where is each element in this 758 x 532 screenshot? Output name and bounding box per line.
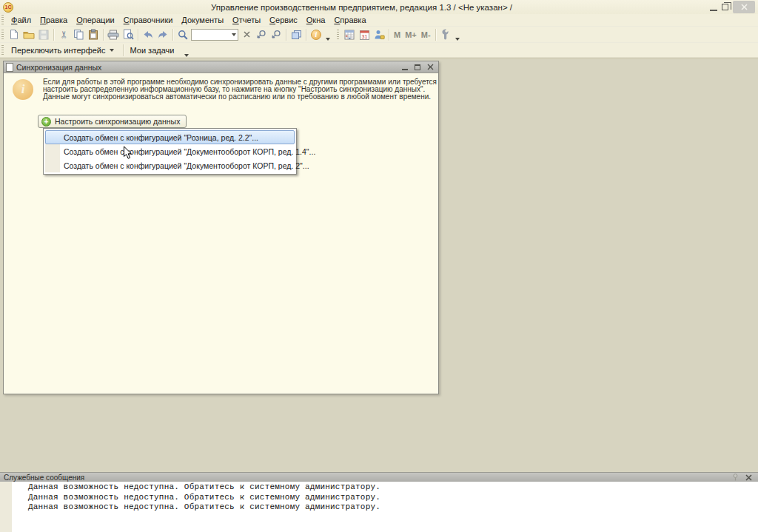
open-folder-icon[interactable] [21,28,36,41]
info-dropdown-icon[interactable] [326,38,330,41]
clear-search-icon[interactable] [239,28,254,41]
toolbar-separator [123,44,124,56]
document-icon [6,63,13,72]
interface-toolbar: Переключить интерфейс Мои задачи [0,43,758,58]
menu-item-create-exchange-docflow-2[interactable]: Создать обмен с конфигурацией "Документо… [45,158,295,172]
dialog-minimize-icon[interactable] [402,64,408,70]
user-permissions-icon[interactable] [372,28,386,41]
toolbar-separator [172,29,173,41]
paste-icon[interactable] [86,28,101,41]
menu-item-create-exchange-docflow-14[interactable]: Создать обмен с конфигурацией "Документо… [45,144,295,158]
toolbar-separator [389,29,389,41]
main-toolbar: ✂ i 31 [0,27,758,43]
toolbar-grip [1,15,4,25]
calendar-icon[interactable]: 31 [357,28,372,41]
toolbar-separator [306,29,306,41]
svg-text:31: 31 [361,33,367,38]
sync-dialog-title: Синхронизация данных [16,63,402,72]
menu-file[interactable]: Файл [7,15,36,25]
sync-dropdown-menu: Создать обмен с конфигурацией "Розница, … [43,128,297,175]
menu-item-create-exchange-retail[interactable]: Создать обмен с конфигурацией "Розница, … [45,130,295,144]
service-message: Данная возможность недоступна. Обратитес… [28,502,380,513]
service-message: Данная возможность недоступна. Обратитес… [28,482,380,493]
configure-sync-button[interactable]: + Настроить синхронизацию данных [38,115,187,128]
configure-sync-label: Настроить синхронизацию данных [55,117,180,126]
chevron-down-icon [110,49,114,52]
mouse-cursor [123,146,133,160]
memory-subtract-button[interactable]: M- [419,30,433,39]
sync-info-line: Данные могут синхронизироваться автомати… [43,93,437,101]
window-title: Управление производственным предприятием… [13,3,710,12]
service-wrench-icon[interactable] [438,28,453,41]
info-icon[interactable]: i [309,28,323,41]
cut-icon[interactable]: ✂ [56,28,71,41]
my-tasks-button[interactable]: Мои задачи [126,45,179,55]
service-messages-body: Данная возможность недоступна. Обратитес… [0,482,758,532]
print-preview-icon[interactable] [121,28,135,41]
close-icon[interactable] [733,1,755,13]
switch-interface-button[interactable]: Переключить интерфейс [7,45,121,55]
sync-dialog-titlebar[interactable]: Синхронизация данных [4,61,438,73]
save-icon[interactable] [36,28,51,41]
app-logo-icon: 1С [3,2,13,13]
restore-icon[interactable] [722,4,728,10]
toolbar-separator [435,29,436,41]
print-icon[interactable] [106,28,121,41]
find-icon[interactable] [175,28,190,41]
sync-dialog: Синхронизация данных i Если для работы в… [3,61,439,394]
dialog-maximize-icon[interactable] [415,64,420,70]
my-tasks-label: Мои задачи [130,46,175,55]
toolbar-separator [138,29,138,41]
memory-recall-button[interactable]: M [392,30,403,39]
toolbar-separator [286,29,286,41]
menu-service[interactable]: Сервис [265,15,302,25]
toolbar-grip [1,30,4,40]
menu-help[interactable]: Справка [329,15,370,25]
toolbar-overflow-icon[interactable] [455,38,460,41]
search-dropdown-icon[interactable] [232,33,236,36]
pin-icon[interactable] [733,474,738,481]
toolbar-separator [103,29,104,41]
spreadsheet-icon[interactable] [342,28,357,41]
menu-operations[interactable]: Операции [72,15,118,25]
service-messages-header[interactable]: Служебные сообщения [0,472,758,482]
menu-windows[interactable]: Окна [302,15,330,25]
switch-interface-label: Переключить интерфейс [11,46,106,55]
copy-icon[interactable] [71,28,86,41]
new-document-icon[interactable] [7,28,21,41]
service-message: Данная возможность недоступна. Обратитес… [28,493,380,503]
toolbar-separator [53,29,54,41]
sync-info-text: Если для работы в этой программе необход… [43,78,437,101]
undo-icon[interactable] [141,28,155,41]
menu-reports[interactable]: Отчеты [228,15,265,25]
plus-icon: + [41,117,51,127]
info-icon: i [13,79,33,100]
service-messages-title: Служебные сообщения [0,474,733,482]
window-titlebar: 1С Управление производственным предприят… [0,0,758,14]
menu-documents[interactable]: Документы [177,15,228,25]
menu-edit[interactable]: Правка [36,15,72,25]
dialog-close-icon[interactable] [427,64,434,70]
minimize-icon[interactable] [710,3,717,11]
close-panel-icon[interactable] [745,474,752,481]
menu-bar: Файл Правка Операции Справочники Докумен… [0,14,758,27]
find-previous-icon[interactable] [269,28,284,41]
messages-gutter [0,482,12,532]
memory-add-button[interactable]: M+ [403,30,419,39]
search-input[interactable] [192,30,230,38]
find-next-icon[interactable] [254,28,269,41]
search-box [191,29,238,41]
menu-catalogs[interactable]: Справочники [119,15,178,25]
redo-icon[interactable] [155,28,170,41]
toolbar-grip [1,45,4,55]
sync-dialog-content: i Если для работы в этой программе необх… [4,73,438,394]
toolbar-grip [337,30,339,40]
windows-list-icon[interactable] [289,28,303,41]
